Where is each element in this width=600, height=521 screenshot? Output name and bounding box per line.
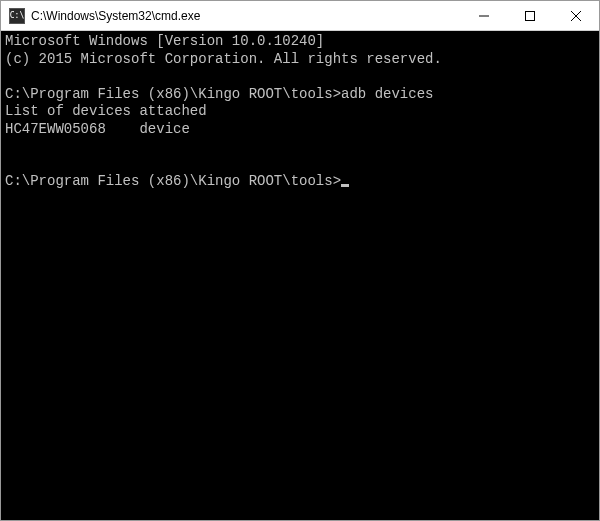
titlebar[interactable]: C:\ C:\Windows\System32\cmd.exe [1, 1, 599, 31]
terminal-prompt: C:\Program Files (x86)\Kingo ROOT\tools> [5, 173, 341, 189]
maximize-button[interactable] [507, 1, 553, 30]
terminal-prompt: C:\Program Files (x86)\Kingo ROOT\tools> [5, 86, 341, 102]
minimize-button[interactable] [461, 1, 507, 30]
terminal-output: HC47EWW05068 device [5, 121, 190, 137]
window-controls [461, 1, 599, 30]
terminal-line: Microsoft Windows [Version 10.0.10240] [5, 33, 324, 49]
window-title: C:\Windows\System32\cmd.exe [31, 9, 461, 23]
maximize-icon [525, 11, 535, 21]
minimize-icon [479, 11, 489, 21]
cmd-window: C:\ C:\Windows\System32\cmd.exe Microsof… [0, 0, 600, 521]
terminal-output: List of devices attached [5, 103, 207, 119]
terminal-line: (c) 2015 Microsoft Corporation. All righ… [5, 51, 442, 67]
close-icon [571, 11, 581, 21]
terminal-area[interactable]: Microsoft Windows [Version 10.0.10240] (… [1, 31, 599, 520]
svg-rect-1 [526, 11, 535, 20]
close-button[interactable] [553, 1, 599, 30]
cmd-icon: C:\ [9, 8, 25, 24]
terminal-command: adb devices [341, 86, 433, 102]
cursor [341, 184, 349, 187]
